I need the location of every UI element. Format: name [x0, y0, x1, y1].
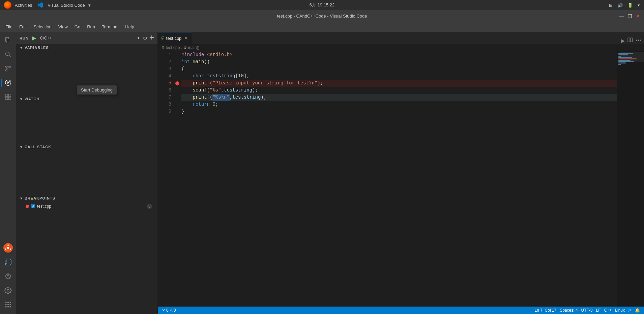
vscode-label[interactable]: Visual Studio Code: [48, 3, 85, 8]
menu-selection[interactable]: Selection: [31, 23, 54, 31]
split-editor-button[interactable]: [627, 37, 633, 44]
code-editor[interactable]: 1 2 3 4 5 6 7 8 9 #include <stdio.h> int…: [158, 51, 644, 307]
activity-settings[interactable]: [1, 284, 15, 297]
call-stack-content: [16, 151, 157, 194]
network-icon[interactable]: ⊞: [609, 3, 613, 8]
title-bar: test.cpp - CAndC++Code - Visual Studio C…: [0, 10, 644, 22]
breakpoints-section-header[interactable]: ▼ BREAKPOINTS: [16, 194, 157, 202]
call-stack-label: CALL STACK: [25, 145, 51, 149]
spaces-label: Spaces: 4: [560, 308, 578, 313]
tab-actions: ▶ •••: [621, 37, 644, 44]
status-bar: ✕ 0 △ 0 Ln 7, Col 17 Spaces: 4 UTF-8 LF: [158, 307, 644, 314]
menu-terminal[interactable]: Terminal: [99, 23, 121, 31]
svg-rect-33: [628, 38, 630, 42]
error-count: 0: [166, 308, 169, 313]
language-label: C++: [604, 308, 612, 313]
code-line-1: #include <stdio.h>: [181, 51, 617, 58]
tab-close-button[interactable]: ✕: [183, 35, 189, 41]
activity-explorer[interactable]: [1, 33, 15, 47]
run-code-button[interactable]: ▶: [621, 37, 625, 44]
breadcrumb: © test.cpp › ⊙ main(): [158, 44, 644, 51]
svg-point-18: [7, 244, 9, 246]
main-content: RUN ▶ C/C++ ▾ ⚙ ▼ VARIABLES ▼ WATCH: [0, 32, 644, 314]
code-line-9: }: [181, 108, 617, 115]
breadcrumb-file[interactable]: test.cpp: [166, 45, 180, 50]
line-number-5: 5: [158, 80, 171, 87]
call-stack-section-header[interactable]: ▼ CALL STACK: [16, 143, 157, 151]
maximize-button[interactable]: ❐: [627, 14, 633, 19]
line-number-6: 6: [158, 87, 171, 94]
watch-label: WATCH: [25, 97, 40, 101]
menu-help[interactable]: Help: [122, 23, 137, 31]
line-number-3: 3: [158, 66, 171, 73]
activity-search[interactable]: [1, 48, 15, 61]
minimize-button[interactable]: —: [619, 14, 624, 19]
warning-count: 0: [174, 308, 176, 313]
svg-rect-12: [5, 94, 8, 97]
battery-icon[interactable]: 🔋: [627, 3, 633, 8]
breakpoint-item[interactable]: test.cpp 5: [16, 203, 157, 209]
svg-rect-26: [10, 302, 11, 303]
breakpoint-filename: test.cpp: [37, 204, 51, 209]
code-line-7: printf("%s\n",teststring);: [181, 94, 617, 101]
config-dropdown-arrow[interactable]: ▾: [138, 36, 140, 40]
breadcrumb-func[interactable]: main(): [188, 45, 199, 50]
status-sync[interactable]: ⇄: [627, 308, 633, 313]
status-errors[interactable]: ✕ 0 △ 0: [160, 308, 177, 313]
breadcrumb-file-icon: ©: [162, 46, 164, 49]
warning-icon: △: [170, 308, 173, 313]
breakpoint-count: 5: [147, 204, 152, 209]
watch-section-header[interactable]: ▼ WATCH: [16, 95, 157, 103]
activity-circle-icon[interactable]: [1, 269, 15, 283]
minimap-viewport: [620, 52, 644, 61]
start-debug-button[interactable]: ▶: [32, 35, 36, 41]
call-stack-chevron: ▼: [20, 145, 23, 149]
activities-label[interactable]: Activities: [15, 3, 32, 8]
svg-point-17: [7, 247, 9, 249]
breakpoint-checkbox[interactable]: [31, 204, 35, 208]
svg-point-2: [6, 52, 9, 56]
ubuntu-icon[interactable]: [3, 243, 13, 253]
activity-vscode-blue[interactable]: [1, 255, 15, 269]
more-actions-button[interactable]: •••: [636, 37, 641, 44]
activity-bar: [0, 32, 16, 314]
tab-test-cpp[interactable]: © test.cpp ✕: [158, 32, 192, 44]
menu-go[interactable]: Go: [72, 23, 83, 31]
status-language[interactable]: C++: [603, 308, 613, 313]
activity-source-control[interactable]: [1, 62, 15, 75]
volume-icon[interactable]: 🔊: [617, 3, 623, 8]
sync-icon: ⇄: [628, 308, 632, 313]
status-os[interactable]: Linux: [614, 308, 626, 313]
line-numbers: 1 2 3 4 5 6 7 8 9: [158, 51, 175, 307]
window-controls: — ❐ ✕: [619, 14, 641, 19]
close-button[interactable]: ✕: [635, 14, 641, 19]
menu-run[interactable]: Run: [84, 23, 98, 31]
watch-chevron: ▼: [20, 97, 23, 101]
activity-run-debug[interactable]: [1, 76, 15, 89]
status-encoding[interactable]: UTF-8: [580, 308, 594, 313]
variables-section-header[interactable]: ▼ VARIABLES: [16, 44, 157, 51]
debug-config-label: C/C++: [38, 35, 136, 41]
variables-label: VARIABLES: [25, 46, 49, 50]
status-line-ending[interactable]: LF: [595, 308, 602, 313]
status-bell[interactable]: 🔔: [634, 308, 641, 313]
activity-extensions[interactable]: [1, 90, 15, 104]
menu-view[interactable]: View: [56, 23, 70, 31]
svg-rect-34: [631, 38, 633, 42]
add-config-button[interactable]: [149, 35, 154, 41]
code-line-4: char teststring[10];: [181, 73, 617, 80]
system-bar-left: Activities Visual Studio Code ▾: [4, 1, 91, 9]
firefox-icon[interactable]: [4, 1, 11, 9]
breakpoint-dot: [26, 205, 29, 208]
status-position[interactable]: Ln 7, Col 17: [533, 308, 558, 313]
debug-settings-icon[interactable]: ⚙: [143, 35, 147, 41]
power-arrow-icon[interactable]: ▾: [638, 3, 640, 8]
status-spaces[interactable]: Spaces: 4: [558, 308, 579, 313]
activity-grid[interactable]: [1, 298, 15, 311]
svg-point-22: [7, 274, 9, 276]
menu-file[interactable]: File: [3, 23, 15, 31]
dropdown-arrow[interactable]: ▾: [88, 3, 91, 8]
menu-edit[interactable]: Edit: [17, 23, 29, 31]
svg-point-6: [5, 66, 7, 68]
call-stack-section: ▼ CALL STACK: [16, 143, 157, 194]
